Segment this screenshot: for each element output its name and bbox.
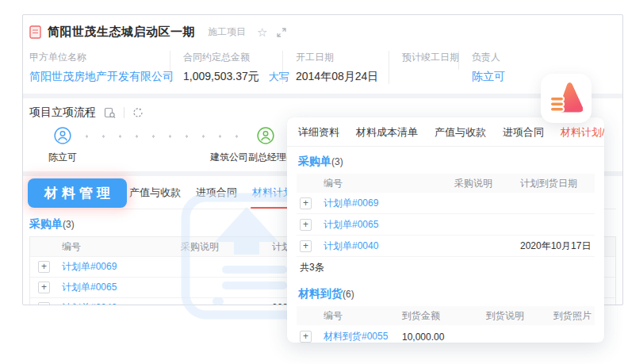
table-header-row: 编号 到货金额 到货说明 到货照片 — [297, 306, 595, 325]
field-start-date: 开工日期 2014年08月24日 — [283, 51, 389, 84]
material-arrival-heading: 材料到货(6) — [298, 286, 595, 301]
expand-row-icon[interactable] — [38, 302, 50, 305]
tab-details[interactable]: 详细资料 — [298, 117, 339, 148]
page: 简阳世茂生态城启动区一期 施工项目 ☆ 甲方单位名称 简阳世茂房地产开发有限公司… — [0, 0, 628, 364]
divider — [124, 107, 124, 118]
document-icon — [29, 25, 41, 39]
plan-order-link[interactable]: 计划单#0065 — [324, 218, 454, 232]
expand-row-icon[interactable] — [300, 219, 312, 231]
material-management-button[interactable]: 材料管理 — [28, 178, 127, 208]
expand-row-icon[interactable] — [300, 331, 312, 343]
app-logo-badge — [541, 74, 592, 123]
favorite-star-icon[interactable]: ☆ — [257, 25, 267, 40]
flow-step-initiator: 陈立可 — [39, 127, 86, 164]
project-type-tag: 施工项目 — [208, 25, 246, 39]
purchase-orders-heading: 采购单(3) — [298, 154, 595, 169]
plan-order-link[interactable]: 计划单#0065 — [62, 281, 181, 294]
tab-material-cost-list[interactable]: 材料成本清单 — [356, 117, 418, 148]
process-title: 项目立项流程 — [29, 105, 96, 120]
field-contract-amount: 合同约定总金额 1,009,503.37元大写 — [170, 51, 283, 84]
project-header: 简阳世茂生态城启动区一期 施工项目 ☆ 甲方单位名称 简阳世茂房地产开发有限公司… — [23, 15, 622, 94]
person-icon — [54, 127, 71, 144]
expand-row-icon[interactable] — [300, 240, 312, 252]
arrival-order-link[interactable]: 材料到货#0055 — [324, 330, 402, 343]
person-icon — [257, 127, 274, 144]
tab-input-contract[interactable]: 进项合同 — [503, 117, 544, 148]
tab-output-payment[interactable]: 产值与收款 — [435, 117, 486, 148]
detail-panel: 详细资料 材料成本清单 产值与收款 进项合同 材料计划/到货 劳务工人 采购单(… — [287, 117, 604, 343]
table-row[interactable]: 材料到货#0055 10,000.00 — [297, 325, 595, 343]
purchase-orders-table: 编号 采购说明 计划到货日期 计划单#0069 计划单#0065 — [297, 174, 595, 278]
plan-order-link[interactable]: 计划单#0069 — [62, 260, 181, 274]
field-completion-date: 预计竣工日期 — [389, 51, 459, 70]
table-row[interactable]: 计划单#0069 — [297, 193, 595, 214]
refresh-icon[interactable] — [132, 107, 144, 118]
plan-order-link[interactable]: 计划单#0040 — [324, 239, 454, 253]
table-header-row: 编号 采购说明 计划到货日期 — [297, 174, 595, 193]
owner-link[interactable]: 陈立可 — [472, 70, 505, 84]
field-owner: 负责人 陈立可 — [459, 51, 518, 84]
expand-row-icon[interactable] — [300, 197, 312, 209]
fullscreen-expand-icon[interactable] — [277, 28, 286, 37]
field-party-a: 甲方单位名称 简阳世茂房地产开发有限公司 — [29, 51, 170, 84]
table-footer-count: 共3条 — [297, 257, 595, 278]
view-flow-icon[interactable] — [104, 107, 116, 119]
tab-output-payment[interactable]: 产值与收款 — [129, 176, 181, 209]
project-title: 简阳世茂生态城启动区一期 — [48, 25, 195, 40]
material-arrival-table: 编号 到货金额 到货说明 到货照片 材料到货#0055 10,000.00 — [297, 306, 595, 343]
expand-row-icon[interactable] — [38, 261, 50, 273]
plan-order-link[interactable]: 计划单#0040 — [62, 301, 181, 305]
expand-row-icon[interactable] — [38, 282, 50, 293]
app-logo-icon — [550, 82, 583, 114]
tab-input-contract[interactable]: 进项合同 — [196, 176, 237, 209]
plan-order-link[interactable]: 计划单#0069 — [324, 197, 454, 210]
table-row[interactable]: 计划单#0065 — [297, 214, 595, 236]
table-row[interactable]: 计划单#0040 2020年10月17日 — [297, 236, 595, 257]
project-fields: 甲方单位名称 简阳世茂房地产开发有限公司 合同约定总金额 1,009,503.3… — [29, 51, 615, 84]
party-a-link[interactable]: 简阳世茂房地产开发有限公司 — [29, 70, 157, 84]
